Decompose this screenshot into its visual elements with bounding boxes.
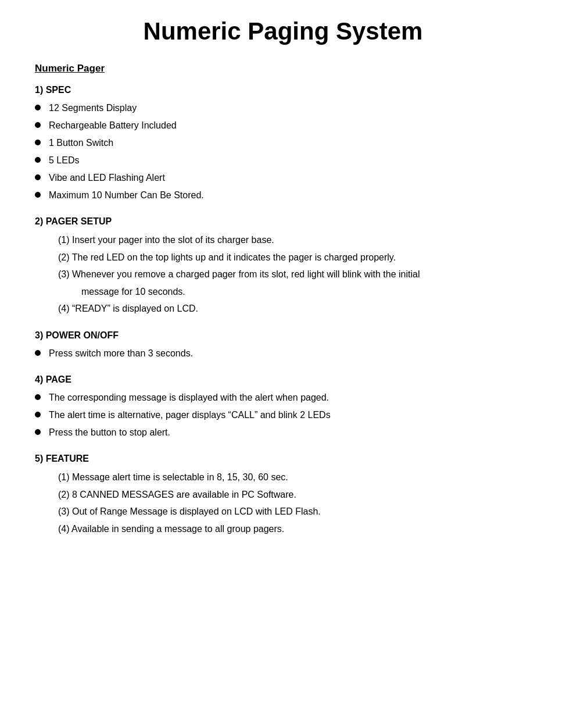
- list-item-text: Rechargeable Battery Included: [49, 119, 177, 133]
- section-page: 4) PAGEThe corresponding message is disp…: [35, 374, 531, 440]
- list-item: Press switch more than 3 seconds.: [35, 347, 531, 361]
- bullet-dot-icon: [35, 174, 41, 180]
- list-item: (4) Available in sending a message to al…: [35, 522, 531, 537]
- list-item: 5 LEDs: [35, 154, 531, 167]
- list-item-text: Press the button to stop alert.: [49, 426, 170, 440]
- numeric-pager-heading: Numeric Pager: [35, 63, 531, 74]
- numbered-list-pager_setup: (1) Insert your pager into the slot of i…: [35, 233, 531, 316]
- page-title: Numeric Paging System: [35, 12, 531, 45]
- list-item-text: 1 Button Switch: [49, 136, 113, 150]
- bullet-list-page: The corresponding message is displayed w…: [35, 391, 531, 440]
- list-item: (2) 8 CANNED MESSAGES are available in P…: [35, 487, 531, 502]
- list-item: (3) Out of Range Message is displayed on…: [35, 504, 531, 519]
- bullet-dot-icon: [35, 140, 41, 145]
- section-title-power_on_off: 3) POWER ON/OFF: [35, 330, 531, 341]
- section-spec: 1) SPEC12 Segments DisplayRechargeable B…: [35, 85, 531, 202]
- list-item: Vibe and LED Flashing Alert: [35, 171, 531, 185]
- list-item: The corresponding message is displayed w…: [35, 391, 531, 405]
- list-item-text: 5 LEDs: [49, 154, 79, 167]
- section-title-page: 4) PAGE: [35, 374, 531, 385]
- list-item: (2) The red LED on the top lights up and…: [35, 250, 531, 265]
- section-feature: 5) FEATURE(1) Message alert time is sele…: [35, 454, 531, 536]
- list-item: The alert time is alternative, pager dis…: [35, 408, 531, 422]
- list-item: (1) Message alert time is selectable in …: [35, 470, 531, 485]
- main-heading: Numeric Pager: [35, 63, 531, 74]
- section-power_on_off: 3) POWER ON/OFFPress switch more than 3 …: [35, 330, 531, 361]
- list-item: Rechargeable Battery Included: [35, 119, 531, 133]
- bullet-dot-icon: [35, 122, 41, 128]
- bullet-list-spec: 12 Segments DisplayRechargeable Battery …: [35, 101, 531, 202]
- numbered-list-feature: (1) Message alert time is selectable in …: [35, 470, 531, 536]
- list-item: 1 Button Switch: [35, 136, 531, 150]
- list-item: Press the button to stop alert.: [35, 426, 531, 440]
- list-item-text: The alert time is alternative, pager dis…: [49, 408, 331, 422]
- bullet-list-power_on_off: Press switch more than 3 seconds.: [35, 347, 531, 361]
- list-item: (4) “READY” is displayed on LCD.: [35, 301, 531, 316]
- bullet-dot-icon: [35, 429, 41, 435]
- bullet-dot-icon: [35, 412, 41, 417]
- list-item-text: 12 Segments Display: [49, 101, 137, 115]
- list-item: 12 Segments Display: [35, 101, 531, 115]
- list-item-text: Maximum 10 Number Can Be Stored.: [49, 188, 204, 202]
- bullet-dot-icon: [35, 192, 41, 198]
- section-title-spec: 1) SPEC: [35, 85, 531, 95]
- section-title-pager_setup: 2) PAGER SETUP: [35, 216, 531, 227]
- list-item-text: The corresponding message is displayed w…: [49, 391, 329, 405]
- section-pager_setup: 2) PAGER SETUP(1) Insert your pager into…: [35, 216, 531, 316]
- bullet-dot-icon: [35, 350, 41, 356]
- list-item: Maximum 10 Number Can Be Stored.: [35, 188, 531, 202]
- list-item: (1) Insert your pager into the slot of i…: [35, 233, 531, 248]
- bullet-dot-icon: [35, 105, 41, 110]
- list-item-text: Vibe and LED Flashing Alert: [49, 171, 165, 185]
- bullet-dot-icon: [35, 157, 41, 163]
- list-item: message for 10 seconds.: [35, 284, 531, 299]
- bullet-dot-icon: [35, 394, 41, 400]
- list-item: (3) Whenever you remove a charged pager …: [35, 267, 531, 282]
- list-item-text: Press switch more than 3 seconds.: [49, 347, 193, 361]
- section-title-feature: 5) FEATURE: [35, 454, 531, 464]
